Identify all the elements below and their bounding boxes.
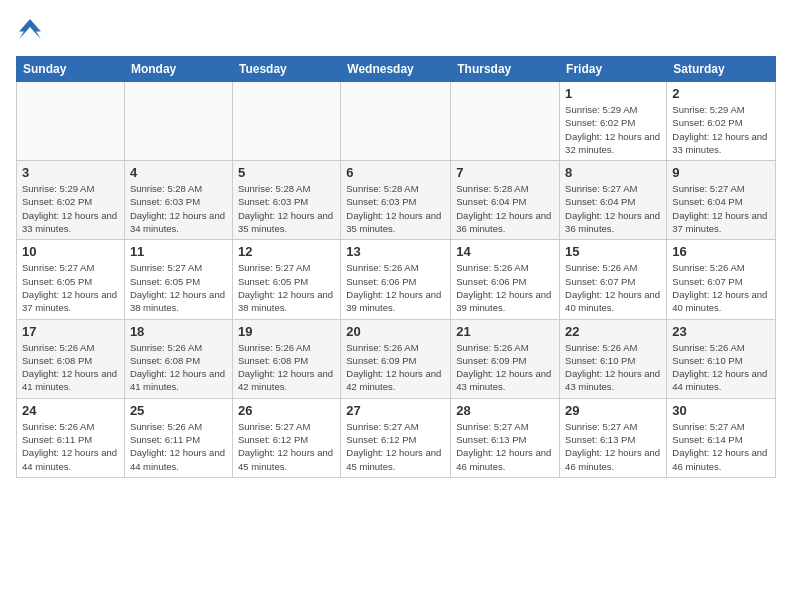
day-info: Sunrise: 5:28 AM Sunset: 6:03 PM Dayligh… [130,182,227,235]
day-number: 9 [672,165,770,180]
calendar-cell: 30Sunrise: 5:27 AM Sunset: 6:14 PM Dayli… [667,398,776,477]
day-number: 29 [565,403,661,418]
calendar-week-row: 1Sunrise: 5:29 AM Sunset: 6:02 PM Daylig… [17,82,776,161]
calendar-cell: 27Sunrise: 5:27 AM Sunset: 6:12 PM Dayli… [341,398,451,477]
calendar-cell [341,82,451,161]
day-info: Sunrise: 5:26 AM Sunset: 6:10 PM Dayligh… [672,341,770,394]
calendar-cell: 17Sunrise: 5:26 AM Sunset: 6:08 PM Dayli… [17,319,125,398]
weekday-header: Monday [124,57,232,82]
day-info: Sunrise: 5:26 AM Sunset: 6:09 PM Dayligh… [456,341,554,394]
day-info: Sunrise: 5:26 AM Sunset: 6:08 PM Dayligh… [238,341,335,394]
day-number: 28 [456,403,554,418]
day-number: 20 [346,324,445,339]
day-number: 16 [672,244,770,259]
calendar-cell: 4Sunrise: 5:28 AM Sunset: 6:03 PM Daylig… [124,161,232,240]
calendar-cell: 25Sunrise: 5:26 AM Sunset: 6:11 PM Dayli… [124,398,232,477]
calendar-week-row: 10Sunrise: 5:27 AM Sunset: 6:05 PM Dayli… [17,240,776,319]
calendar-cell: 8Sunrise: 5:27 AM Sunset: 6:04 PM Daylig… [560,161,667,240]
day-info: Sunrise: 5:29 AM Sunset: 6:02 PM Dayligh… [22,182,119,235]
day-number: 3 [22,165,119,180]
day-info: Sunrise: 5:29 AM Sunset: 6:02 PM Dayligh… [672,103,770,156]
calendar-header-row: SundayMondayTuesdayWednesdayThursdayFrid… [17,57,776,82]
day-number: 6 [346,165,445,180]
calendar-cell: 19Sunrise: 5:26 AM Sunset: 6:08 PM Dayli… [232,319,340,398]
weekday-header: Sunday [17,57,125,82]
day-number: 24 [22,403,119,418]
day-info: Sunrise: 5:26 AM Sunset: 6:08 PM Dayligh… [22,341,119,394]
calendar-cell: 18Sunrise: 5:26 AM Sunset: 6:08 PM Dayli… [124,319,232,398]
day-info: Sunrise: 5:26 AM Sunset: 6:09 PM Dayligh… [346,341,445,394]
calendar-cell [124,82,232,161]
calendar-cell: 9Sunrise: 5:27 AM Sunset: 6:04 PM Daylig… [667,161,776,240]
day-info: Sunrise: 5:29 AM Sunset: 6:02 PM Dayligh… [565,103,661,156]
calendar-cell [451,82,560,161]
day-number: 14 [456,244,554,259]
day-info: Sunrise: 5:26 AM Sunset: 6:11 PM Dayligh… [22,420,119,473]
day-number: 18 [130,324,227,339]
day-number: 27 [346,403,445,418]
calendar-cell: 16Sunrise: 5:26 AM Sunset: 6:07 PM Dayli… [667,240,776,319]
day-info: Sunrise: 5:26 AM Sunset: 6:08 PM Dayligh… [130,341,227,394]
weekday-header: Tuesday [232,57,340,82]
calendar-cell [232,82,340,161]
day-info: Sunrise: 5:28 AM Sunset: 6:04 PM Dayligh… [456,182,554,235]
day-number: 21 [456,324,554,339]
day-number: 23 [672,324,770,339]
calendar-week-row: 17Sunrise: 5:26 AM Sunset: 6:08 PM Dayli… [17,319,776,398]
day-number: 2 [672,86,770,101]
day-info: Sunrise: 5:27 AM Sunset: 6:05 PM Dayligh… [130,261,227,314]
calendar-cell: 3Sunrise: 5:29 AM Sunset: 6:02 PM Daylig… [17,161,125,240]
day-number: 10 [22,244,119,259]
page-header [16,16,776,44]
day-info: Sunrise: 5:27 AM Sunset: 6:04 PM Dayligh… [565,182,661,235]
calendar-cell: 11Sunrise: 5:27 AM Sunset: 6:05 PM Dayli… [124,240,232,319]
day-info: Sunrise: 5:28 AM Sunset: 6:03 PM Dayligh… [346,182,445,235]
day-info: Sunrise: 5:27 AM Sunset: 6:12 PM Dayligh… [238,420,335,473]
day-info: Sunrise: 5:26 AM Sunset: 6:11 PM Dayligh… [130,420,227,473]
day-number: 5 [238,165,335,180]
day-info: Sunrise: 5:27 AM Sunset: 6:04 PM Dayligh… [672,182,770,235]
day-number: 11 [130,244,227,259]
calendar-cell: 26Sunrise: 5:27 AM Sunset: 6:12 PM Dayli… [232,398,340,477]
day-info: Sunrise: 5:27 AM Sunset: 6:05 PM Dayligh… [238,261,335,314]
weekday-header: Friday [560,57,667,82]
day-info: Sunrise: 5:27 AM Sunset: 6:12 PM Dayligh… [346,420,445,473]
calendar-cell: 23Sunrise: 5:26 AM Sunset: 6:10 PM Dayli… [667,319,776,398]
day-number: 30 [672,403,770,418]
calendar-cell: 22Sunrise: 5:26 AM Sunset: 6:10 PM Dayli… [560,319,667,398]
calendar-table: SundayMondayTuesdayWednesdayThursdayFrid… [16,56,776,478]
day-number: 1 [565,86,661,101]
calendar-cell: 15Sunrise: 5:26 AM Sunset: 6:07 PM Dayli… [560,240,667,319]
day-number: 8 [565,165,661,180]
day-number: 25 [130,403,227,418]
calendar-cell: 20Sunrise: 5:26 AM Sunset: 6:09 PM Dayli… [341,319,451,398]
calendar-cell: 1Sunrise: 5:29 AM Sunset: 6:02 PM Daylig… [560,82,667,161]
day-info: Sunrise: 5:27 AM Sunset: 6:13 PM Dayligh… [456,420,554,473]
day-number: 22 [565,324,661,339]
day-info: Sunrise: 5:26 AM Sunset: 6:06 PM Dayligh… [456,261,554,314]
calendar-cell: 7Sunrise: 5:28 AM Sunset: 6:04 PM Daylig… [451,161,560,240]
svg-marker-0 [19,19,41,39]
day-number: 12 [238,244,335,259]
calendar-week-row: 24Sunrise: 5:26 AM Sunset: 6:11 PM Dayli… [17,398,776,477]
day-info: Sunrise: 5:28 AM Sunset: 6:03 PM Dayligh… [238,182,335,235]
calendar-cell: 14Sunrise: 5:26 AM Sunset: 6:06 PM Dayli… [451,240,560,319]
day-info: Sunrise: 5:26 AM Sunset: 6:07 PM Dayligh… [672,261,770,314]
day-info: Sunrise: 5:27 AM Sunset: 6:14 PM Dayligh… [672,420,770,473]
calendar-cell: 6Sunrise: 5:28 AM Sunset: 6:03 PM Daylig… [341,161,451,240]
calendar-cell: 13Sunrise: 5:26 AM Sunset: 6:06 PM Dayli… [341,240,451,319]
day-info: Sunrise: 5:26 AM Sunset: 6:06 PM Dayligh… [346,261,445,314]
weekday-header: Wednesday [341,57,451,82]
day-number: 15 [565,244,661,259]
day-number: 26 [238,403,335,418]
day-info: Sunrise: 5:26 AM Sunset: 6:07 PM Dayligh… [565,261,661,314]
day-number: 13 [346,244,445,259]
calendar-cell: 2Sunrise: 5:29 AM Sunset: 6:02 PM Daylig… [667,82,776,161]
day-info: Sunrise: 5:26 AM Sunset: 6:10 PM Dayligh… [565,341,661,394]
calendar-cell: 5Sunrise: 5:28 AM Sunset: 6:03 PM Daylig… [232,161,340,240]
day-number: 19 [238,324,335,339]
calendar-cell: 21Sunrise: 5:26 AM Sunset: 6:09 PM Dayli… [451,319,560,398]
calendar-cell: 24Sunrise: 5:26 AM Sunset: 6:11 PM Dayli… [17,398,125,477]
calendar-cell: 28Sunrise: 5:27 AM Sunset: 6:13 PM Dayli… [451,398,560,477]
calendar-cell: 10Sunrise: 5:27 AM Sunset: 6:05 PM Dayli… [17,240,125,319]
